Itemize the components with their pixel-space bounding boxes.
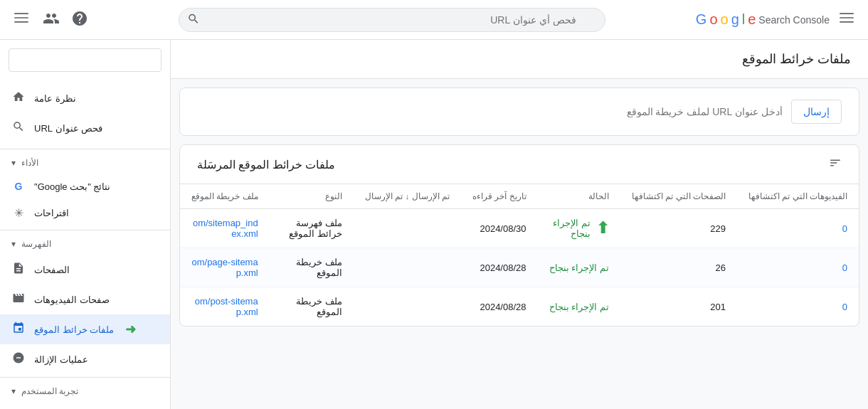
indexing-label: الفهرسة — [21, 239, 51, 249]
submit-button[interactable]: إرسال — [791, 100, 842, 124]
sidebar: نظرة عامة فحص عنوان URL الأداء ▾ نتائج "… — [0, 40, 171, 409]
search-icon[interactable] — [187, 12, 200, 27]
cell-submitted-1 — [354, 248, 461, 287]
home-icon — [11, 90, 26, 106]
removals-icon — [11, 351, 26, 367]
cell-videos-2: 0 — [737, 287, 859, 326]
google-logo: Google Search Console — [696, 11, 831, 28]
menu-icon[interactable] — [11, 8, 31, 31]
cell-pages-2: 201 — [620, 287, 737, 326]
performance-section-header[interactable]: الأداء ▾ — [0, 152, 170, 174]
active-arrow-icon: ➜ — [125, 322, 136, 337]
main-menu-icon[interactable] — [837, 8, 857, 31]
sitemap-url-input[interactable] — [197, 106, 783, 117]
cell-lastread-0: 2024/08/30 — [461, 209, 538, 248]
cell-type-1: ملف خريطة الموقع — [270, 248, 354, 287]
sidebar-item-url-inspect[interactable]: فحص عنوان URL — [0, 113, 170, 143]
sidebar-item-label: الصفحات — [34, 265, 70, 275]
cell-status-1: تم الإجراء بنجاح — [538, 248, 620, 287]
sidebar-item-label: ملفات خرائط الموقع — [34, 324, 114, 335]
url-search-bar — [179, 8, 605, 32]
table-section: ملفات خرائط الموقع المرسَلة الفيديوهات ا… — [179, 144, 859, 326]
page-header: ملفات خرائط الموقع — [171, 40, 868, 79]
sitemap-link-0[interactable]: om/sitemap_ind ex.xml — [191, 218, 258, 239]
google-g-icon: G — [11, 181, 26, 192]
main-layout: ملفات خرائط الموقع إرسال ملفات خرائط الم… — [0, 40, 868, 409]
cell-videos-1: 0 — [737, 248, 859, 287]
chevron-down-icon: ▾ — [11, 239, 16, 249]
sidebar-search-container — [0, 40, 170, 80]
top-bar-left — [11, 8, 88, 31]
sidebar-item-overview[interactable]: نظرة عامة — [0, 83, 170, 113]
sidebar-item-sitemaps[interactable]: ➜ ملفات خرائط الموقع — [0, 314, 170, 344]
performance-label: الأداء — [21, 158, 38, 168]
divider-3 — [0, 377, 170, 378]
cell-sitemap-1: om/page-sitema p.xml — [180, 248, 270, 287]
sidebar-item-removals[interactable]: عمليات الإزالة — [0, 344, 170, 374]
submit-section: إرسال — [179, 87, 859, 136]
col-videos: الفيديوهات التي تم اكتشافها — [737, 184, 859, 209]
svg-rect-1 — [14, 17, 28, 18]
cell-pages-1: 26 — [620, 248, 737, 287]
indexing-section-header[interactable]: الفهرسة ▾ — [0, 233, 170, 255]
top-bar: Google Search Console — [0, 0, 868, 40]
cell-status-2: تم الإجراء بنجاح — [538, 287, 620, 326]
col-type: النوع — [270, 184, 354, 209]
url-search-input[interactable] — [179, 8, 605, 32]
sidebar-item-label: نتائج "بحث Google" — [34, 181, 110, 192]
cell-videos-0: 0 — [737, 209, 859, 248]
user-icon[interactable] — [43, 10, 60, 29]
experience-label: تجربة المستخدم — [21, 386, 78, 396]
table-title: ملفات خرائط الموقع المرسَلة — [197, 158, 335, 171]
pages-icon — [11, 262, 26, 277]
cell-lastread-2: 2024/08/28 — [461, 287, 538, 326]
svg-rect-3 — [840, 13, 854, 14]
sidebar-item-label: فحص عنوان URL — [34, 123, 102, 134]
top-bar-right: Google Search Console — [696, 8, 857, 31]
sidebar-item-google-search[interactable]: نتائج "بحث Google" G — [0, 174, 170, 199]
svg-rect-5 — [840, 21, 854, 23]
search-icon — [11, 120, 26, 136]
experience-section-header[interactable]: تجربة المستخدم ▾ — [0, 381, 170, 402]
chevron-down-icon: ▾ — [11, 386, 16, 396]
help-icon[interactable] — [71, 10, 88, 29]
table-row: 0 26 تم الإجراء بنجاح 2024/08/28 ملف خري… — [180, 248, 859, 287]
sidebar-item-discover[interactable]: اقتراحات ✳ — [0, 199, 170, 227]
sidebar-item-label: نظرة عامة — [34, 93, 76, 104]
asterisk-icon: ✳ — [11, 206, 26, 220]
sitemap-link-1[interactable]: om/page-sitema p.xml — [191, 257, 258, 278]
search-console-label: Search Console — [758, 14, 830, 26]
chevron-down-icon: ▾ — [11, 158, 16, 168]
col-pages: الصفحات التي تم اكتشافها — [620, 184, 737, 209]
cell-submitted-0 — [354, 209, 461, 248]
svg-rect-2 — [14, 21, 28, 23]
sort-icon: ↓ — [406, 192, 410, 201]
sidebar-section-main: نظرة عامة فحص عنوان URL — [0, 80, 170, 146]
sidebar-search-input[interactable] — [9, 48, 162, 72]
video-icon — [11, 292, 26, 307]
up-arrow-icon-0: ⬆ — [596, 221, 609, 236]
cell-pages-0: 229 — [620, 209, 737, 248]
col-submitted: تم الإرسال ↓ تم الإرسال — [354, 184, 461, 209]
filter-icon[interactable] — [829, 156, 842, 172]
divider-1 — [0, 149, 170, 149]
cell-sitemap-0: om/sitemap_ind ex.xml — [180, 209, 270, 248]
sitemaps-icon — [11, 322, 26, 337]
sidebar-item-label: صفحات الفيديوهات — [34, 294, 110, 305]
col-sitemap: ملف خريطة الموقع — [180, 184, 270, 209]
sitemap-link-2[interactable]: om/post-sitema p.xml — [191, 296, 258, 317]
divider-2 — [0, 230, 170, 230]
svg-rect-4 — [840, 17, 854, 18]
table-row: 0 229 ⬆ تم الإجراء بنجاح 2024/08/30 ملف … — [180, 209, 859, 248]
sidebar-item-video-pages[interactable]: صفحات الفيديوهات — [0, 285, 170, 314]
cell-type-2: ملف خريطة الموقع — [270, 287, 354, 326]
cell-sitemap-2: om/post-sitema p.xml — [180, 287, 270, 326]
cell-submitted-2 — [354, 287, 461, 326]
cell-status-0: ⬆ تم الإجراء بنجاح — [538, 209, 620, 248]
sidebar-item-label: عمليات الإزالة — [34, 354, 88, 365]
table-row: 0 201 تم الإجراء بنجاح 2024/08/28 ملف خر… — [180, 287, 859, 326]
col-last-read: تاريخ آخر قراءه — [461, 184, 538, 209]
table-header-row: ملفات خرائط الموقع المرسَلة — [180, 145, 859, 184]
sidebar-item-pages[interactable]: الصفحات — [0, 255, 170, 285]
cell-type-0: ملف فهرسة خرائط الموقع — [270, 209, 354, 248]
